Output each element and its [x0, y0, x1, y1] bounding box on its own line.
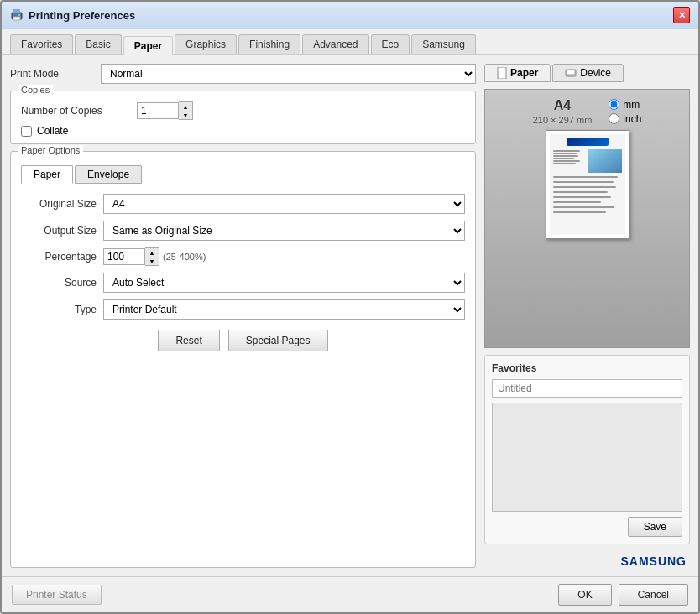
tab-paper[interactable]: Paper	[123, 36, 173, 55]
close-button[interactable]: ✕	[673, 7, 690, 23]
print-mode-select[interactable]: Normal Draft Best	[101, 64, 476, 84]
printer-icon	[10, 8, 24, 22]
print-mode-label: Print Mode	[10, 68, 94, 80]
footer-bar: Printer Status OK Cancel	[2, 576, 698, 612]
paper-options-content: Paper Envelope Original Size A4 Letter L…	[21, 165, 465, 351]
preview-tab-device[interactable]: Device	[552, 64, 624, 82]
copies-spinner-buttons: ▲ ▼	[179, 101, 193, 120]
percentage-down-button[interactable]: ▼	[145, 257, 159, 265]
svg-rect-1	[13, 9, 20, 13]
source-select-wrapper: Auto Select Tray 1 Tray 2	[103, 273, 465, 293]
samsung-logo-section: SAMSUNG	[620, 551, 690, 568]
copies-spinner: ▲ ▼	[137, 101, 193, 120]
percentage-label: Percentage	[21, 251, 97, 263]
paper-type-tab-paper[interactable]: Paper	[21, 165, 73, 184]
page-preview	[546, 130, 629, 239]
favorites-section: Favorites Save	[484, 355, 690, 544]
main-window: Printing Preferences ✕ Favorites Basic P…	[0, 0, 700, 614]
source-row: Source Auto Select Tray 1 Tray 2	[21, 273, 465, 293]
samsung-logo-text: SAMSUNG	[620, 554, 687, 568]
footer-right-buttons: OK Cancel	[558, 584, 688, 606]
inch-label: inch	[623, 113, 641, 125]
original-size-select[interactable]: A4 Letter Legal	[103, 194, 465, 214]
svg-rect-4	[498, 67, 506, 79]
tab-finishing[interactable]: Finishing	[238, 34, 300, 54]
collate-checkbox[interactable]	[21, 126, 32, 137]
cancel-button[interactable]: Cancel	[619, 584, 688, 606]
source-select[interactable]: Auto Select Tray 1 Tray 2	[103, 273, 465, 293]
favorites-list[interactable]	[492, 403, 682, 512]
paper-size-dimensions: 210 × 297 mm	[533, 115, 593, 125]
left-panel: Print Mode Normal Draft Best Copies Numb…	[10, 64, 476, 568]
mm-radio[interactable]	[609, 99, 619, 110]
type-label: Type	[21, 304, 97, 315]
reset-button[interactable]: Reset	[158, 330, 219, 351]
page-preview-inner	[550, 134, 625, 235]
source-label: Source	[21, 277, 97, 289]
preview-area: A4 210 × 297 mm mm inch	[484, 89, 690, 348]
collate-label: Collate	[37, 125, 68, 137]
special-pages-button[interactable]: Special Pages	[228, 330, 328, 351]
number-of-copies-row: Number of Copies ▲ ▼	[21, 101, 465, 120]
percentage-input[interactable]	[103, 248, 145, 265]
preview-tabs: Paper Device	[484, 64, 690, 82]
mm-label: mm	[623, 99, 640, 111]
copies-content: Number of Copies ▲ ▼ Collate	[21, 101, 465, 137]
right-panel: Paper Device A4 210 × 297 mm	[484, 64, 690, 568]
inch-radio[interactable]	[609, 113, 619, 124]
paper-size-title: A4	[554, 98, 571, 113]
percentage-range-label: (25-400%)	[163, 252, 206, 262]
ok-button[interactable]: OK	[558, 584, 611, 606]
save-button[interactable]: Save	[628, 517, 682, 537]
favorites-label: Favorites	[492, 362, 682, 374]
percentage-row: Percentage ▲ ▼ (25-400%)	[21, 247, 465, 266]
favorites-name-input[interactable]	[492, 379, 682, 398]
mm-radio-row: mm	[609, 99, 641, 111]
tab-samsung[interactable]: Samsung	[411, 34, 476, 54]
percentage-up-button[interactable]: ▲	[145, 248, 159, 257]
output-size-label: Output Size	[21, 225, 97, 237]
paper-type-tabs: Paper Envelope	[21, 165, 465, 184]
paper-info: A4 210 × 297 mm	[533, 98, 593, 125]
action-buttons-row: Reset Special Pages	[21, 330, 465, 351]
tabs-bar: Favorites Basic Paper Graphics Finishing…	[2, 29, 698, 55]
svg-point-3	[18, 14, 20, 16]
title-bar-left: Printing Preferences	[10, 8, 135, 22]
paper-icon	[497, 67, 507, 79]
type-select[interactable]: Printer Default Plain Paper Thick Paper	[103, 299, 465, 320]
copies-up-button[interactable]: ▲	[179, 102, 192, 111]
output-size-select[interactable]: Same as Original Size A4 Letter	[103, 221, 465, 241]
tab-basic[interactable]: Basic	[75, 34, 121, 54]
print-mode-row: Print Mode Normal Draft Best	[10, 64, 476, 84]
preview-samsung-logo	[567, 138, 609, 146]
type-select-wrapper: Printer Default Plain Paper Thick Paper	[103, 299, 465, 320]
inch-radio-row: inch	[609, 113, 641, 125]
printer-status-button[interactable]: Printer Status	[12, 585, 102, 605]
original-size-label: Original Size	[21, 198, 97, 210]
tab-advanced[interactable]: Advanced	[302, 34, 368, 54]
paper-type-tab-envelope[interactable]: Envelope	[75, 165, 142, 184]
original-size-select-wrapper: A4 Letter Legal	[103, 194, 465, 214]
tab-eco[interactable]: Eco	[371, 34, 410, 54]
paper-options-group: Paper Options Paper Envelope Original Si…	[10, 151, 476, 568]
copies-down-button[interactable]: ▼	[179, 111, 192, 119]
preview-image-block	[588, 149, 622, 173]
device-icon	[565, 68, 577, 78]
percentage-spinner: ▲ ▼	[103, 247, 159, 266]
copies-group: Copies Number of Copies ▲ ▼	[10, 91, 476, 144]
tab-graphics[interactable]: Graphics	[175, 34, 237, 54]
svg-rect-2	[13, 17, 20, 20]
copies-input[interactable]	[137, 102, 179, 119]
title-bar: Printing Preferences ✕	[2, 2, 698, 29]
output-size-row: Output Size Same as Original Size A4 Let…	[21, 221, 465, 241]
original-size-row: Original Size A4 Letter Legal	[21, 194, 465, 214]
print-mode-select-wrapper: Normal Draft Best	[101, 64, 476, 84]
type-row: Type Printer Default Plain Paper Thick P…	[21, 299, 465, 320]
main-content: Print Mode Normal Draft Best Copies Numb…	[2, 55, 698, 576]
collate-row: Collate	[21, 125, 465, 137]
window-title: Printing Preferences	[29, 9, 135, 22]
percentage-spinner-buttons: ▲ ▼	[145, 247, 159, 266]
tab-favorites[interactable]: Favorites	[10, 34, 73, 54]
paper-info-row: A4 210 × 297 mm mm inch	[533, 98, 642, 125]
preview-tab-paper[interactable]: Paper	[484, 64, 551, 82]
